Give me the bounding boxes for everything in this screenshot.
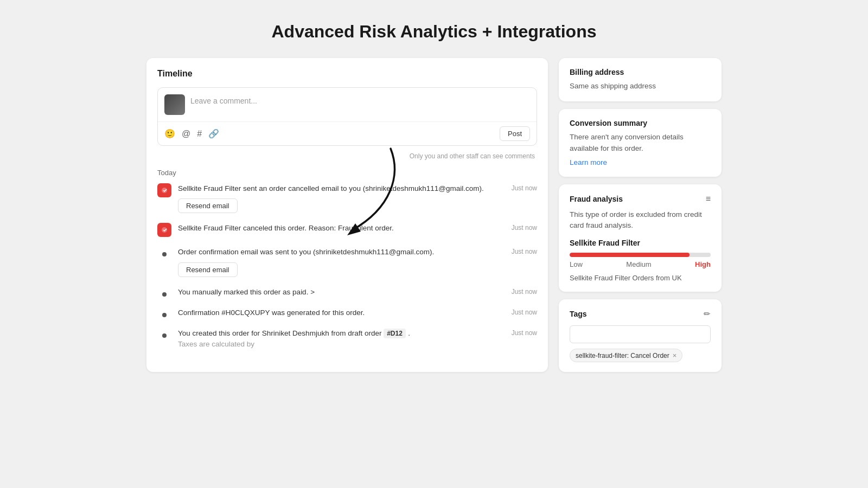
billing-text: Same as shipping address xyxy=(570,81,711,92)
tag-input[interactable] xyxy=(570,325,711,343)
sellkite-icon-badge xyxy=(157,183,171,197)
comment-note: Only you and other staff can see comment… xyxy=(157,152,537,160)
edit-icon[interactable]: ✏ xyxy=(704,309,711,319)
timeline-time: Just now xyxy=(512,183,537,192)
hash-icon[interactable]: # xyxy=(197,129,202,139)
timeline-today-label: Today xyxy=(157,169,537,177)
tag-remove-button[interactable]: × xyxy=(673,351,677,359)
page-title: Advanced Risk Analytics + Integrations xyxy=(0,0,868,58)
timeline-text-sub: Taxes are calculated by xyxy=(178,340,254,348)
tags-header: Tags ✏ xyxy=(570,309,711,319)
timeline-text: Confirmation #H0CLQXUPY was generated fo… xyxy=(178,309,365,317)
tag-chips: sellkite-fraud-filter: Cancel Order × xyxy=(570,349,711,362)
mention-icon[interactable]: @ xyxy=(182,129,190,139)
sellkite-icon-badge-2 xyxy=(157,223,171,237)
timeline-time: Just now xyxy=(512,247,537,255)
list-item: Confirmation #H0CLQXUPY was generated fo… xyxy=(157,307,537,318)
list-item: You created this order for Shriniket Des… xyxy=(157,328,537,350)
risk-high-label: High xyxy=(695,260,711,268)
risk-low-label: Low xyxy=(570,260,583,268)
timeline-title: Timeline xyxy=(157,69,537,79)
comment-toolbar: 🙂 @ # 🔗 Post xyxy=(158,121,537,145)
resend-email-button-1[interactable]: Resend email xyxy=(178,198,238,213)
fraud-analysis-card: Fraud analysis ≡ This type of order is e… xyxy=(559,184,722,292)
link-icon[interactable]: 🔗 xyxy=(208,129,219,139)
post-button[interactable]: Post xyxy=(500,126,530,141)
risk-bar-container: Low Medium High xyxy=(570,253,711,268)
timeline-text-after: . xyxy=(408,329,410,337)
timeline-text: Sellkite Fraud Filter canceled this orde… xyxy=(178,224,394,232)
timeline-text: Order confirmation email was sent to you… xyxy=(178,248,434,256)
risk-labels: Low Medium High xyxy=(570,260,711,268)
list-item: You manually marked this order as paid. … xyxy=(157,287,537,298)
tags-title: Tags xyxy=(570,310,587,318)
sellkite-label: Sellkite Fraud Filter xyxy=(570,239,711,247)
list-item: Sellkite Fraud Filter canceled this orde… xyxy=(157,223,537,237)
risk-bar-track xyxy=(570,253,711,257)
draft-tag: #D12 xyxy=(384,329,406,338)
comment-placeholder: Leave a comment... xyxy=(190,94,530,105)
timeline-text: You created this order for Shriniket Des… xyxy=(178,329,384,337)
svg-point-0 xyxy=(162,188,167,193)
timeline-panel: Timeline Leave a comment... 🙂 @ # 🔗 Post… xyxy=(146,58,548,372)
timeline-text: You manually marked this order as paid. … xyxy=(178,288,315,296)
conversion-text: There aren't any conversion details avai… xyxy=(570,132,711,154)
tags-card: Tags ✏ sellkite-fraud-filter: Cancel Ord… xyxy=(559,299,722,372)
tag-chip: sellkite-fraud-filter: Cancel Order × xyxy=(570,349,682,362)
avatar xyxy=(164,94,185,115)
learn-more-link[interactable]: Learn more xyxy=(570,158,607,166)
fraud-header: Fraud analysis ≡ xyxy=(570,194,711,204)
timeline-dot xyxy=(162,313,167,317)
risk-bar-fill xyxy=(570,253,690,257)
right-panel: Billing address Same as shipping address… xyxy=(559,58,722,372)
conversion-title: Conversion summary xyxy=(570,119,711,127)
timeline-dot xyxy=(162,333,167,338)
conversion-summary-card: Conversion summary There aren't any conv… xyxy=(559,109,722,177)
risk-medium-label: Medium xyxy=(626,260,651,268)
timeline-dot xyxy=(162,292,167,297)
list-item: Order confirmation email was sent to you… xyxy=(157,247,537,277)
timeline-dot xyxy=(162,252,167,256)
comment-box: Leave a comment... 🙂 @ # 🔗 Post xyxy=(157,87,537,146)
timeline-items: Sellkite Fraud Filter sent an order canc… xyxy=(157,183,537,350)
timeline-text: Sellkite Fraud Filter sent an order canc… xyxy=(178,184,484,192)
list-item: Sellkite Fraud Filter sent an order canc… xyxy=(157,183,537,213)
timeline-time: Just now xyxy=(512,328,537,337)
fraud-order-note: Sellkite Fraud Filter Orders from UK xyxy=(570,274,711,282)
emoji-icon[interactable]: 🙂 xyxy=(164,129,175,139)
timeline-time: Just now xyxy=(512,307,537,316)
list-icon[interactable]: ≡ xyxy=(706,194,711,204)
timeline-time: Just now xyxy=(512,287,537,296)
billing-title: Billing address xyxy=(570,68,711,76)
timeline-time: Just now xyxy=(512,223,537,232)
fraud-title: Fraud analysis xyxy=(570,195,623,203)
fraud-excluded-text: This type of order is excluded from cred… xyxy=(570,209,711,232)
tag-chip-label: sellkite-fraud-filter: Cancel Order xyxy=(576,352,669,359)
billing-address-card: Billing address Same as shipping address xyxy=(559,58,722,101)
svg-point-1 xyxy=(162,227,167,233)
resend-email-button-2[interactable]: Resend email xyxy=(178,262,238,277)
